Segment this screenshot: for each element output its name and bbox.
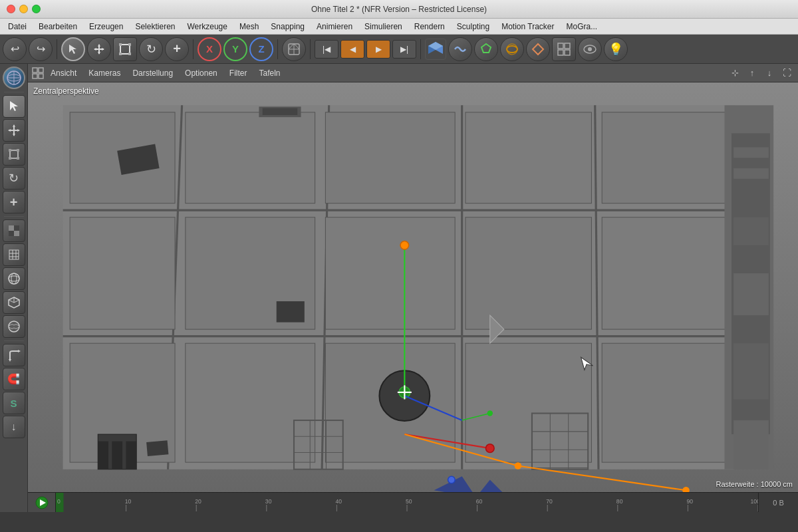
coord-system-button[interactable] <box>282 37 306 61</box>
script-button[interactable]: S <box>3 392 25 414</box>
vp-menu-filter[interactable]: Filter <box>224 67 253 79</box>
bend-tool-button[interactable] <box>3 344 25 366</box>
svg-marker-37 <box>8 129 11 132</box>
scale-tool-left[interactable] <box>3 143 25 166</box>
svg-point-53 <box>9 273 19 284</box>
maximize-button[interactable] <box>32 5 41 13</box>
vp-menu-optionen[interactable]: Optionen <box>180 67 223 79</box>
z-axis-button[interactable]: Z <box>249 37 273 61</box>
svg-rect-9 <box>128 43 131 46</box>
undo-button[interactable]: ↩ <box>3 37 27 61</box>
move-tool-left[interactable] <box>3 119 25 142</box>
icosphere-button[interactable] <box>3 315 25 338</box>
svg-rect-43 <box>17 157 19 160</box>
path-deform-button[interactable] <box>448 37 472 61</box>
viewport-move-icon[interactable]: ⊹ <box>728 66 742 80</box>
titlebar: Ohne Titel 2 * (NFR Version – Restricted… <box>0 0 798 19</box>
menu-simulieren[interactable]: Simulieren <box>359 21 408 33</box>
grid-button[interactable] <box>3 243 25 266</box>
minimize-button[interactable] <box>19 5 28 13</box>
viewport-zoom-in-icon[interactable]: ↑ <box>745 66 759 80</box>
menu-bearbeiten[interactable]: Bearbeiten <box>33 21 82 33</box>
play-start-button[interactable]: |◀ <box>315 40 338 59</box>
svg-rect-134 <box>98 442 108 469</box>
rotate-tool-button[interactable]: ↻ <box>139 37 163 61</box>
svg-rect-86 <box>186 343 315 462</box>
rotate-tool-left[interactable]: ↻ <box>3 167 25 190</box>
main-area: ↻ + <box>0 64 798 512</box>
arrow-button[interactable]: ↓ <box>3 416 25 438</box>
menu-motion-tracker[interactable]: Motion Tracker <box>496 21 559 33</box>
move-tool-button[interactable] <box>87 37 111 61</box>
cube-button[interactable] <box>3 291 25 314</box>
sphere-button[interactable] <box>3 267 25 290</box>
menu-animieren[interactable]: Animieren <box>311 21 358 33</box>
render-view-button[interactable] <box>578 37 602 61</box>
svg-rect-64 <box>39 68 43 72</box>
traffic-lights <box>7 5 41 13</box>
viewport-grid-icon <box>32 67 44 79</box>
viewport-globe-button[interactable] <box>3 66 25 89</box>
menu-rendern[interactable]: Rendern <box>409 21 450 33</box>
svg-rect-89 <box>602 343 728 462</box>
svg-rect-41 <box>17 149 19 152</box>
timeline-play-button[interactable] <box>28 493 56 512</box>
create-button[interactable]: + <box>165 37 189 61</box>
viewport-toolbar: Ansicht Kameras Darstellung Optionen Fil… <box>28 64 798 82</box>
viewport-fullscreen-icon[interactable]: ⛶ <box>779 66 794 80</box>
menu-mogra[interactable]: MoGra... <box>561 21 603 33</box>
menu-werkzeuge[interactable]: Werkzeuge <box>182 21 232 33</box>
svg-rect-108 <box>733 147 769 158</box>
svg-rect-76 <box>186 112 315 203</box>
polygon-button[interactable] <box>474 37 498 61</box>
nurbs-button[interactable] <box>500 37 524 61</box>
y-axis-button[interactable]: Y <box>223 37 247 61</box>
create-tool-left[interactable]: + <box>3 191 25 213</box>
svg-marker-21 <box>533 44 543 55</box>
select-tool-button[interactable] <box>61 37 85 61</box>
scale-tool-button[interactable] <box>113 37 137 61</box>
menu-sculpting[interactable]: Sculpting <box>452 21 495 33</box>
vp-menu-kameras[interactable]: Kameras <box>83 67 126 79</box>
close-button[interactable] <box>7 5 15 13</box>
menu-erzeugen[interactable]: Erzeugen <box>84 21 128 33</box>
checker-button[interactable] <box>3 219 25 242</box>
svg-rect-42 <box>9 157 11 160</box>
svg-rect-91 <box>277 301 305 323</box>
viewport-zoom-out-icon[interactable]: ↓ <box>762 66 777 80</box>
play-forward-button[interactable]: ▶ <box>366 40 390 59</box>
deformer-button[interactable] <box>526 37 550 61</box>
vp-menu-darstellung[interactable]: Darstellung <box>127 67 178 79</box>
timeline-bar[interactable]: 10 20 30 40 50 60 70 80 90 <box>56 493 758 512</box>
play-reverse-button[interactable]: ◀ <box>340 40 364 59</box>
x-axis-button[interactable]: X <box>198 37 221 61</box>
play-end-button[interactable]: ▶| <box>392 40 416 59</box>
svg-rect-136 <box>126 442 136 469</box>
svg-text:90: 90 <box>686 498 693 505</box>
vp-menu-ansicht[interactable]: Ansicht <box>45 67 82 79</box>
viewport-3d[interactable]: Y X Z Zentralperspektive Rasterweite : 1… <box>28 82 798 492</box>
svg-text:40: 40 <box>335 498 342 505</box>
redo-button[interactable]: ↪ <box>29 37 53 61</box>
left-tool-panel: ↻ + <box>0 64 28 512</box>
toolbar-separator-4 <box>310 39 311 59</box>
svg-rect-46 <box>9 231 14 236</box>
magnet-button[interactable]: 🧲 <box>3 368 25 390</box>
menu-selektieren[interactable]: Selektieren <box>130 21 180 33</box>
svg-text:70: 70 <box>546 498 553 505</box>
light-button[interactable]: 💡 <box>604 37 628 61</box>
select-tool-left[interactable] <box>3 95 25 118</box>
svg-text:30: 30 <box>265 498 272 505</box>
svg-rect-44 <box>9 225 14 231</box>
svg-marker-38 <box>17 129 20 132</box>
vp-menu-tafeln[interactable]: Tafeln <box>253 67 285 79</box>
svg-rect-92 <box>146 440 168 456</box>
menu-snapping[interactable]: Snapping <box>265 21 310 33</box>
menu-datei[interactable]: Datei <box>3 21 32 33</box>
menu-mesh[interactable]: Mesh <box>234 21 264 33</box>
raster-info: Rasterweite : 10000 cm <box>716 480 793 488</box>
editor-view-button[interactable] <box>552 37 576 61</box>
svg-text:10: 10 <box>125 498 132 505</box>
svg-point-19 <box>507 46 517 53</box>
view-cube-button[interactable] <box>425 39 446 60</box>
